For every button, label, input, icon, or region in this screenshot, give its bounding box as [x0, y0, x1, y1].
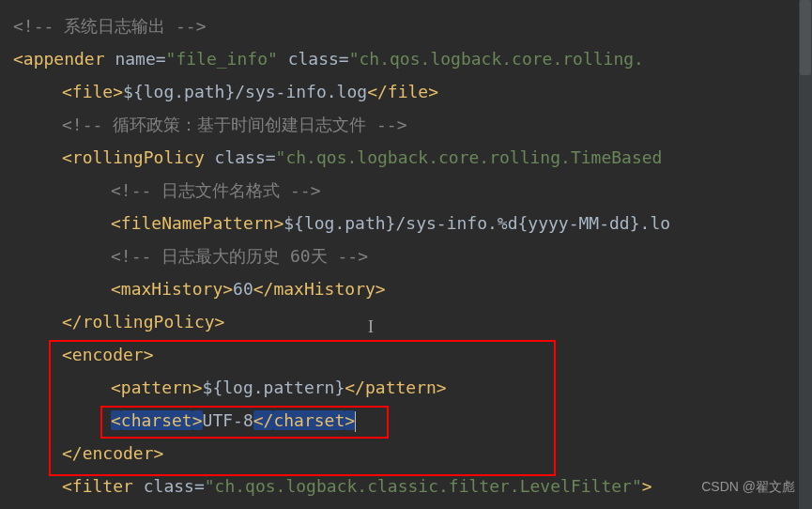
watermark-text: CSDN @翟文彪: [701, 470, 795, 503]
vertical-scrollbar[interactable]: [799, 0, 812, 509]
code-line: <!-- 系统日志输出 -->: [13, 9, 799, 42]
code-line: <file>${log.path}/sys-info.log</file>: [13, 75, 799, 108]
code-line: </encoder>: [13, 437, 799, 470]
code-line: <pattern>${log.pattern}</pattern>: [13, 371, 799, 404]
code-line: <fileNamePattern>${log.path}/sys-info.%d…: [13, 207, 799, 239]
code-line: <charset>UTF-8</charset>: [13, 404, 799, 437]
code-line: </rollingPolicy>: [13, 305, 799, 338]
code-line: <!-- 日志最大的历史 60天 -->: [13, 239, 799, 272]
code-editor[interactable]: <!-- 系统日志输出 --> <appender name="file_inf…: [0, 0, 812, 509]
code-line: <maxHistory>60</maxHistory>: [13, 272, 799, 305]
code-line: <rollingPolicy class="ch.qos.logback.cor…: [13, 141, 799, 174]
scrollbar-thumb[interactable]: [800, 0, 811, 75]
code-line: <appender name="file_info" class="ch.qos…: [13, 42, 799, 75]
xml-comment: <!-- 系统日志输出 -->: [13, 16, 207, 36]
code-line: <!-- 循环政策：基于时间创建日志文件 -->: [13, 108, 799, 141]
xml-comment: <!-- 循环政策：基于时间创建日志文件 -->: [62, 115, 407, 134]
code-line: <encoder>: [13, 338, 799, 371]
text-cursor: [355, 411, 356, 432]
xml-comment: <!-- 日志文件名格式 -->: [111, 180, 321, 200]
code-line: <filter class="ch.qos.logback.classic.fi…: [13, 470, 799, 502]
xml-comment: <!-- 日志最大的历史 60天 -->: [111, 246, 368, 266]
code-line: <!-- 日志文件名格式 -->: [13, 174, 799, 207]
